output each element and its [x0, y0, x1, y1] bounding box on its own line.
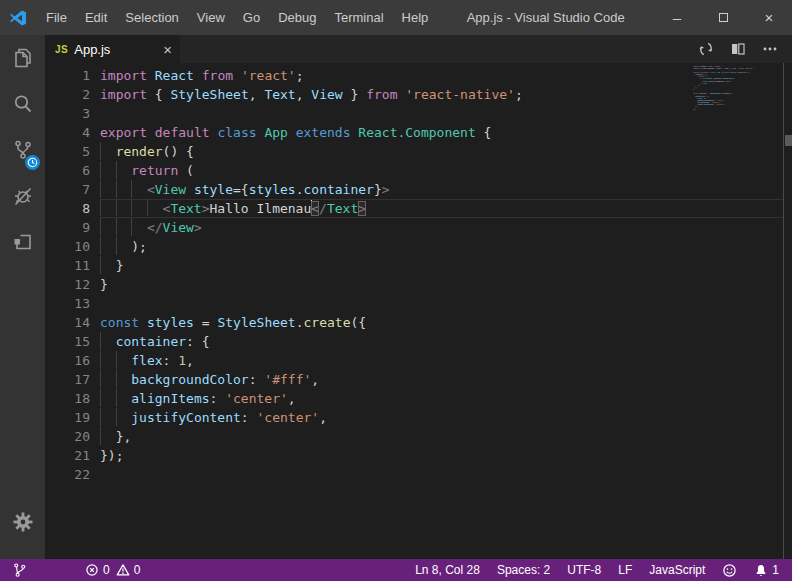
git-branch-status[interactable]	[9, 559, 30, 581]
line-number: 3	[45, 104, 100, 123]
line-number: 1	[45, 66, 100, 85]
menu-help[interactable]: Help	[393, 0, 438, 35]
code-line-8[interactable]: 8<Text>Hallo Ilmenau</Text>	[45, 199, 792, 218]
indent-guide	[100, 200, 116, 216]
indent-guide	[116, 161, 132, 179]
code-area[interactable]: 1import React from 'react';2import { Sty…	[45, 66, 792, 484]
tab-close-icon[interactable]: ×	[163, 42, 172, 57]
indent-guide	[100, 332, 116, 350]
split-editor-icon[interactable]	[730, 41, 746, 57]
code-line-13[interactable]: 13	[45, 294, 792, 313]
indent-guide	[100, 427, 116, 445]
menu-edit[interactable]: Edit	[76, 0, 116, 35]
activity-bar	[0, 35, 45, 559]
indent-guide	[100, 408, 116, 426]
tab-label: App.js	[74, 42, 110, 57]
indent-guide	[116, 408, 132, 426]
sidebar-item-debug[interactable]	[0, 173, 45, 219]
line-number: 15	[45, 332, 100, 351]
code-line-4[interactable]: 4export default class App extends React.…	[45, 123, 792, 142]
tab-appjs[interactable]: JS App.js ×	[45, 35, 180, 63]
code-line-6[interactable]: 6return (	[45, 161, 792, 180]
code-editor[interactable]: 1import React from 'react';2import { Sty…	[45, 63, 792, 559]
line-number: 11	[45, 256, 100, 275]
feedback-button[interactable]	[719, 559, 740, 581]
status-bar: 0 0 Ln 8, Col 28 Spaces: 2 UTF-8 LF Java…	[0, 559, 792, 581]
overview-ruler[interactable]	[783, 63, 792, 559]
close-button[interactable]: ×	[746, 0, 792, 35]
menu-go[interactable]: Go	[234, 0, 269, 35]
code-line-15[interactable]: 15container: {	[45, 332, 792, 351]
line-number: 8	[45, 199, 100, 218]
search-icon	[11, 92, 35, 116]
sync-icon[interactable]	[698, 41, 714, 57]
sidebar-item-source-control[interactable]	[0, 127, 45, 173]
cursor-position-status[interactable]: Ln 8, Col 28	[412, 559, 483, 581]
clock-icon	[27, 157, 38, 168]
line-number: 16	[45, 351, 100, 370]
code-line-19[interactable]: 19justifyContent: 'center',	[45, 408, 792, 427]
code-line-12[interactable]: 12}	[45, 275, 792, 294]
indent-guide	[116, 351, 132, 369]
code-line-18[interactable]: 18alignItems: 'center',	[45, 389, 792, 408]
language-mode-status[interactable]: JavaScript	[646, 559, 708, 581]
minimize-button[interactable]: –	[654, 0, 700, 35]
js-language-icon: JS	[55, 44, 68, 55]
menu-debug[interactable]: Debug	[269, 0, 325, 35]
line-number: 14	[45, 313, 100, 332]
git-branch-icon	[12, 562, 27, 578]
menu-file[interactable]: File	[37, 0, 76, 35]
indent-guide	[131, 180, 147, 198]
manage-button[interactable]	[0, 499, 45, 545]
code-line-21[interactable]: 21});	[45, 446, 792, 465]
warnings-status[interactable]: 0	[113, 559, 144, 581]
code-line-2[interactable]: 2import { StyleSheet, Text, View } from …	[45, 85, 792, 104]
code-line-11[interactable]: 11}	[45, 256, 792, 275]
line-number: 7	[45, 180, 100, 199]
sidebar-item-extensions[interactable]	[0, 219, 45, 265]
encoding-status[interactable]: UTF-8	[564, 559, 604, 581]
code-line-17[interactable]: 17backgroundColor: '#fff',	[45, 370, 792, 389]
code-line-9[interactable]: 9</View>	[45, 218, 792, 237]
code-line-7[interactable]: 7<View style={styles.container}>	[45, 180, 792, 199]
smiley-icon	[722, 563, 737, 578]
files-icon	[11, 46, 35, 70]
overview-cursor-marker	[785, 135, 792, 146]
error-icon	[85, 563, 99, 577]
indent-guide	[116, 237, 132, 255]
errors-status[interactable]: 0	[82, 559, 113, 581]
warning-icon	[116, 563, 130, 577]
menu-view[interactable]: View	[188, 0, 234, 35]
error-count: 0	[103, 563, 110, 577]
sidebar-item-explorer[interactable]	[0, 35, 45, 81]
code-line-20[interactable]: 20},	[45, 427, 792, 446]
indent-guide	[100, 237, 116, 255]
menu-terminal[interactable]: Terminal	[325, 0, 392, 35]
notifications-status[interactable]: 1	[751, 559, 782, 581]
code-line-1[interactable]: 1import React from 'react';	[45, 66, 792, 85]
line-number: 19	[45, 408, 100, 427]
minimap-content: import React from 'react';import { Style…	[693, 65, 783, 112]
minimap[interactable]: import React from 'react';import { Style…	[693, 65, 783, 129]
gear-icon	[11, 510, 35, 534]
code-line-10[interactable]: 10);	[45, 237, 792, 256]
warning-count: 0	[134, 563, 141, 577]
menu-selection[interactable]: Selection	[116, 0, 187, 35]
ellipsis-icon[interactable]	[762, 41, 778, 57]
line-number: 18	[45, 389, 100, 408]
indent-guide	[100, 256, 116, 274]
indent-guide	[100, 370, 116, 388]
code-line-5[interactable]: 5render() {	[45, 142, 792, 161]
code-line-3[interactable]: 3	[45, 104, 792, 123]
sidebar-item-search[interactable]	[0, 81, 45, 127]
indent-guide	[100, 161, 116, 179]
code-line-16[interactable]: 16flex: 1,	[45, 351, 792, 370]
indentation-status[interactable]: Spaces: 2	[494, 559, 553, 581]
code-line-22[interactable]: 22	[45, 465, 792, 484]
line-number: 6	[45, 161, 100, 180]
code-line-14[interactable]: 14const styles = StyleSheet.create({	[45, 313, 792, 332]
status-bar-right: Ln 8, Col 28 Spaces: 2 UTF-8 LF JavaScri…	[401, 559, 782, 581]
eol-status[interactable]: LF	[615, 559, 635, 581]
maximize-button[interactable]	[700, 0, 746, 35]
bell-icon	[754, 563, 768, 578]
